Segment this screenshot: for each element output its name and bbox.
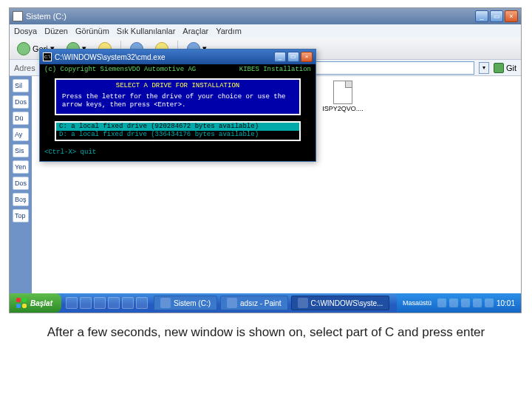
- quick-launch: [61, 297, 152, 309]
- cmd-title: C:\WINDOWS\system32\cmd.exe: [55, 53, 273, 61]
- slide-caption: After a few seconds, new window is shown…: [0, 325, 532, 340]
- taskbar: Başlat Sistem (C:)adsız - PaintC:\WINDOW…: [10, 293, 521, 313]
- drive-d[interactable]: D: a local fixed drive (336434176 bytes …: [56, 131, 299, 139]
- menubar: Dosya Düzen Görünüm Sık Kullanılanlar Ar…: [10, 24, 521, 38]
- taskbar-task[interactable]: C:\WINDOWS\syste...: [291, 296, 390, 310]
- cmd-brand: KIBES Installation: [239, 66, 311, 74]
- task-item[interactable]: Dos: [13, 177, 29, 190]
- cmd-footer: <Ctrl-X> quit: [41, 149, 314, 160]
- cmd-minimize-button[interactable]: _: [274, 52, 286, 62]
- task-icon: [298, 298, 308, 308]
- cmd-titlebar[interactable]: c:\ C:\WINDOWS\system32\cmd.exe _ ▭ ×: [40, 50, 316, 64]
- menu-view[interactable]: Görünüm: [75, 27, 109, 35]
- windows-logo-icon: [16, 297, 27, 309]
- cmd-icon: c:\: [43, 52, 52, 61]
- dialog-title: SELECT A DRIVE FOR INSTALLATION: [62, 82, 293, 90]
- ql-icon[interactable]: [66, 297, 78, 309]
- close-button[interactable]: ×: [505, 10, 518, 22]
- address-dropdown[interactable]: ▾: [479, 62, 489, 74]
- task-item[interactable]: Dos: [13, 95, 29, 109]
- cmd-window: c:\ C:\WINDOWS\system32\cmd.exe _ ▭ × (c…: [39, 49, 316, 162]
- dialog-text: Press the letter for the drive of your c…: [62, 93, 293, 110]
- start-button[interactable]: Başlat: [10, 293, 61, 313]
- menu-file[interactable]: Dosya: [14, 27, 37, 35]
- system-tray[interactable]: Masaüstü 10:01: [397, 293, 521, 313]
- cmd-body: (c) Copyright SiemensVDO Automotive AG K…: [40, 64, 316, 161]
- cmd-maximize-button[interactable]: ▭: [287, 52, 299, 62]
- task-item[interactable]: Boş: [13, 193, 29, 206]
- minimize-button[interactable]: _: [475, 10, 488, 22]
- tray-icon[interactable]: [449, 299, 458, 307]
- task-item[interactable]: Sis: [13, 144, 29, 157]
- task-item[interactable]: Top: [13, 209, 29, 222]
- xp-screenshot: Sistem (C:) _ ▭ × Dosya Düzen Görünüm Sı…: [9, 7, 522, 313]
- task-icon: [227, 298, 237, 308]
- menu-tools[interactable]: Araçlar: [183, 27, 208, 35]
- ql-icon[interactable]: [122, 297, 134, 309]
- file-item[interactable]: ISPY2QVO....: [323, 81, 363, 157]
- drive-c-selected[interactable]: C: a local fixed drive (920284672 bytes …: [56, 123, 299, 131]
- task-item[interactable]: Sil: [13, 79, 29, 92]
- ql-icon[interactable]: [94, 297, 106, 309]
- ql-icon[interactable]: [136, 297, 148, 309]
- tray-label: Masaüstü: [403, 299, 432, 307]
- explorer-title: Sistem (C:): [26, 12, 474, 21]
- cmd-close-button[interactable]: ×: [301, 52, 313, 62]
- item-label: ISPY2QVO....: [321, 106, 365, 113]
- task-icon: [160, 298, 171, 308]
- maximize-button[interactable]: ▭: [490, 10, 503, 22]
- task-pane: Sil Dos Dü Ay Sis Yen Dos Boş Top: [10, 76, 32, 299]
- tray-icon[interactable]: [461, 299, 470, 307]
- taskbar-task[interactable]: Sistem (C:): [154, 296, 217, 310]
- install-dialog: SELECT A DRIVE FOR INSTALLATION Press th…: [55, 78, 301, 115]
- drive-icon: [13, 11, 23, 21]
- go-button[interactable]: Git: [494, 63, 516, 73]
- explorer-titlebar: Sistem (C:) _ ▭ ×: [10, 8, 521, 24]
- menu-help[interactable]: Yardım: [216, 27, 242, 35]
- tray-icon[interactable]: [473, 299, 482, 307]
- menu-edit[interactable]: Düzen: [44, 27, 68, 35]
- ql-icon[interactable]: [80, 297, 92, 309]
- back-icon: [17, 42, 30, 55]
- taskbar-task[interactable]: adsız - Paint: [220, 296, 288, 310]
- address-label: Adres: [14, 64, 35, 72]
- drive-list[interactable]: C: a local fixed drive (920284672 bytes …: [55, 121, 301, 141]
- tray-icon[interactable]: [437, 299, 446, 307]
- file-icon: [333, 81, 352, 104]
- menu-favorites[interactable]: Sık Kullanılanlar: [117, 27, 176, 35]
- task-item[interactable]: Dü: [13, 112, 29, 125]
- cmd-copyright: (c) Copyright SiemensVDO Automotive AG: [44, 66, 196, 74]
- tray-icon[interactable]: [485, 299, 494, 307]
- task-item[interactable]: Ay: [13, 128, 29, 141]
- go-icon: [494, 63, 504, 73]
- ql-icon[interactable]: [108, 297, 120, 309]
- task-item[interactable]: Yen: [13, 160, 29, 174]
- clock[interactable]: 10:01: [497, 299, 515, 307]
